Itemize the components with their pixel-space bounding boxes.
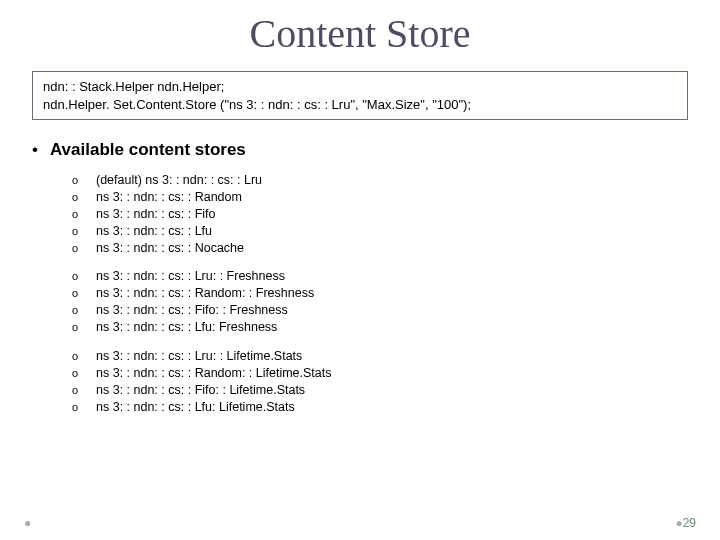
bullet-icon: •: [32, 141, 38, 158]
circle-icon: o: [72, 366, 82, 381]
code-line: ndn.Helper. Set.Content.Store ("ns 3: : …: [43, 96, 677, 114]
page-number: 29: [683, 516, 696, 530]
list-item: ons 3: : ndn: : cs: : Random: : Freshnes…: [72, 285, 688, 302]
section-heading: Available content stores: [50, 140, 246, 160]
circle-icon: o: [72, 303, 82, 318]
sublist-group: o(default) ns 3: : ndn: : cs: : Lru ons …: [72, 172, 688, 256]
circle-icon: o: [72, 224, 82, 239]
list-item: ons 3: : ndn: : cs: : Lfu: Freshness: [72, 319, 688, 336]
circle-icon: o: [72, 349, 82, 364]
sublist-group: ons 3: : ndn: : cs: : Lru: : Freshness o…: [72, 268, 688, 336]
list-item-label: ns 3: : ndn: : cs: : Lfu: Freshness: [96, 319, 277, 336]
list-item: ons 3: : ndn: : cs: : Lfu: [72, 223, 688, 240]
slide-title: Content Store: [0, 10, 720, 57]
footer-right: ●29: [675, 516, 696, 530]
footer-dot-icon: ●: [675, 516, 682, 530]
list-item-label: ns 3: : ndn: : cs: : Random: : Lifetime.…: [96, 365, 332, 382]
sublist-group: ons 3: : ndn: : cs: : Lru: : Lifetime.St…: [72, 348, 688, 416]
footer-dot-icon: ●: [24, 516, 31, 530]
circle-icon: o: [72, 320, 82, 335]
list-item-label: ns 3: : ndn: : cs: : Nocache: [96, 240, 244, 257]
circle-icon: o: [72, 269, 82, 284]
list-item-label: ns 3: : ndn: : cs: : Random: : Freshness: [96, 285, 314, 302]
list-item: ons 3: : ndn: : cs: : Fifo: : Lifetime.S…: [72, 382, 688, 399]
list-item: ons 3: : ndn: : cs: : Random: : Lifetime…: [72, 365, 688, 382]
list-item-label: ns 3: : ndn: : cs: : Fifo: : Lifetime.St…: [96, 382, 305, 399]
circle-icon: o: [72, 286, 82, 301]
list-item-label: ns 3: : ndn: : cs: : Lru: : Freshness: [96, 268, 285, 285]
code-sample-box: ndn: : Stack.Helper ndn.Helper; ndn.Help…: [32, 71, 688, 120]
list-item: o(default) ns 3: : ndn: : cs: : Lru: [72, 172, 688, 189]
list-item: ons 3: : ndn: : cs: : Nocache: [72, 240, 688, 257]
list-item-label: ns 3: : ndn: : cs: : Lfu: Lifetime.Stats: [96, 399, 295, 416]
list-item-label: ns 3: : ndn: : cs: : Fifo: [96, 206, 216, 223]
list-item: ons 3: : ndn: : cs: : Lru: : Freshness: [72, 268, 688, 285]
list-item: ons 3: : ndn: : cs: : Fifo: [72, 206, 688, 223]
circle-icon: o: [72, 400, 82, 415]
circle-icon: o: [72, 190, 82, 205]
list-item-label: ns 3: : ndn: : cs: : Random: [96, 189, 242, 206]
sublist-container: o(default) ns 3: : ndn: : cs: : Lru ons …: [72, 172, 688, 415]
circle-icon: o: [72, 241, 82, 256]
list-item-label: (default) ns 3: : ndn: : cs: : Lru: [96, 172, 262, 189]
list-item: ons 3: : ndn: : cs: : Random: [72, 189, 688, 206]
circle-icon: o: [72, 383, 82, 398]
slide-footer: ● ●29: [0, 516, 720, 530]
circle-icon: o: [72, 173, 82, 188]
list-item-label: ns 3: : ndn: : cs: : Fifo: : Freshness: [96, 302, 288, 319]
code-line: ndn: : Stack.Helper ndn.Helper;: [43, 78, 677, 96]
list-item: ons 3: : ndn: : cs: : Lru: : Lifetime.St…: [72, 348, 688, 365]
list-item: ons 3: : ndn: : cs: : Lfu: Lifetime.Stat…: [72, 399, 688, 416]
list-item-label: ns 3: : ndn: : cs: : Lru: : Lifetime.Sta…: [96, 348, 302, 365]
list-item: ons 3: : ndn: : cs: : Fifo: : Freshness: [72, 302, 688, 319]
list-item-label: ns 3: : ndn: : cs: : Lfu: [96, 223, 212, 240]
content-section: • Available content stores o(default) ns…: [32, 140, 688, 415]
circle-icon: o: [72, 207, 82, 222]
